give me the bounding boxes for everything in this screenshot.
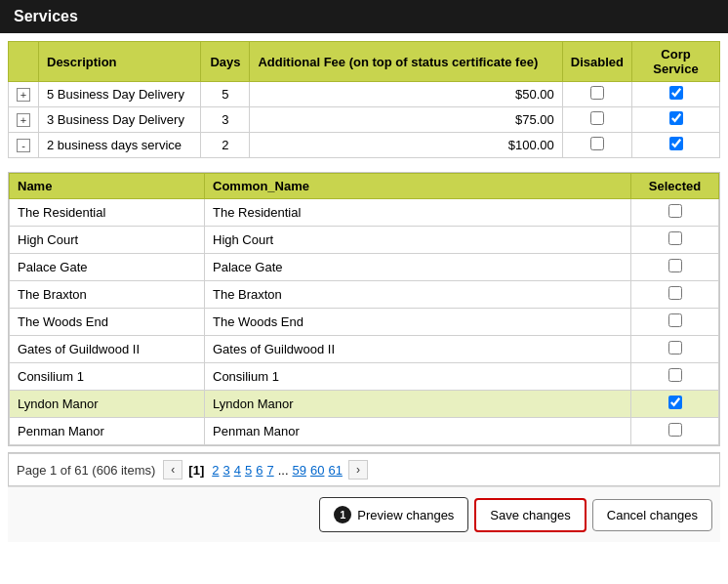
service-fee: $50.00 bbox=[250, 82, 562, 107]
corp-service-checkbox[interactable] bbox=[669, 86, 683, 100]
prev-page-button[interactable]: ‹ bbox=[163, 460, 182, 480]
disabled-checkbox[interactable] bbox=[590, 86, 604, 100]
property-name: Palace Gate bbox=[10, 254, 205, 281]
expand-button[interactable]: + bbox=[17, 113, 30, 127]
col-header-expand bbox=[9, 42, 39, 82]
property-selected-cell bbox=[631, 363, 719, 391]
pagination: Page 1 of 61 (606 items) ‹ [1] 234567...… bbox=[9, 453, 719, 485]
col-header-days: Days bbox=[201, 42, 250, 82]
property-selected-cell bbox=[631, 281, 719, 309]
selected-checkbox[interactable] bbox=[668, 231, 682, 245]
service-days: 3 bbox=[201, 107, 250, 133]
page-link-7[interactable]: 7 bbox=[264, 463, 275, 478]
services-table: Description Days Additional Fee (on top … bbox=[8, 41, 720, 158]
service-disabled-cell bbox=[562, 82, 631, 107]
service-days: 2 bbox=[201, 133, 250, 158]
properties-table-row: Consilium 1 Consilium 1 bbox=[10, 363, 719, 391]
preview-label: Preview changes bbox=[357, 508, 454, 522]
property-name: Lyndon Manor bbox=[10, 391, 205, 418]
preview-changes-button[interactable]: 1 Preview changes bbox=[319, 497, 468, 532]
col-header-description: Description bbox=[39, 42, 201, 82]
properties-table-row: High Court High Court bbox=[10, 227, 719, 254]
title-bar: Services bbox=[0, 0, 728, 33]
page-link-6[interactable]: 6 bbox=[254, 463, 264, 478]
current-page: [1] bbox=[186, 463, 206, 478]
property-common-name: The Braxton bbox=[205, 281, 631, 309]
property-name: Gates of Guildwood II bbox=[10, 336, 205, 363]
service-description: 5 Business Day Delivery bbox=[39, 82, 201, 107]
cancel-label: Cancel changes bbox=[607, 508, 698, 522]
properties-table-row: Penman Manor Penman Manor bbox=[10, 418, 719, 445]
preview-badge: 1 bbox=[334, 506, 351, 523]
selected-checkbox[interactable] bbox=[668, 286, 682, 300]
corp-service-checkbox[interactable] bbox=[669, 111, 683, 125]
properties-table-row: Lyndon Manor Lyndon Manor bbox=[10, 391, 719, 418]
property-common-name: The Residential bbox=[205, 199, 631, 227]
expand-button[interactable]: - bbox=[17, 139, 30, 152]
selected-checkbox[interactable] bbox=[668, 204, 682, 218]
pagination-info: Page 1 of 61 (606 items) bbox=[17, 463, 155, 478]
page-link-60[interactable]: 60 bbox=[308, 463, 326, 478]
service-description: 2 business days service bbox=[39, 133, 201, 158]
page-link-3[interactable]: 3 bbox=[221, 463, 231, 478]
property-common-name: Consilium 1 bbox=[205, 363, 631, 391]
service-corp-cell bbox=[632, 82, 720, 107]
service-corp-cell bbox=[632, 133, 720, 158]
service-corp-cell bbox=[632, 107, 720, 133]
col-header-disabled: Disabled bbox=[562, 42, 631, 82]
properties-table-row: Gates of Guildwood II Gates of Guildwood… bbox=[10, 336, 719, 363]
service-description: 3 Business Day Delivery bbox=[39, 107, 201, 133]
properties-table-row: The Residential The Residential bbox=[10, 199, 719, 227]
service-disabled-cell bbox=[562, 107, 631, 133]
property-selected-cell bbox=[631, 391, 719, 418]
service-fee: $100.00 bbox=[250, 133, 562, 158]
expand-button[interactable]: + bbox=[17, 88, 30, 102]
footer-bar: 1 Preview changes Save changes Cancel ch… bbox=[8, 486, 720, 542]
page-link-2[interactable]: 2 bbox=[210, 463, 221, 478]
service-fee: $75.00 bbox=[250, 107, 562, 133]
services-table-row: + 3 Business Day Delivery 3 $75.00 bbox=[9, 107, 720, 133]
next-page-button[interactable]: › bbox=[348, 460, 368, 480]
selected-checkbox[interactable] bbox=[668, 259, 682, 272]
save-label: Save changes bbox=[490, 508, 570, 522]
page-link-59[interactable]: 59 bbox=[291, 463, 308, 478]
property-selected-cell bbox=[631, 336, 719, 363]
corp-service-checkbox[interactable] bbox=[669, 137, 683, 150]
properties-table-row: The Woods End The Woods End bbox=[10, 309, 719, 336]
property-common-name: Penman Manor bbox=[205, 418, 631, 445]
properties-table: Name Common_Name Selected The Residentia… bbox=[9, 173, 719, 445]
property-selected-cell bbox=[631, 309, 719, 336]
property-selected-cell bbox=[631, 227, 719, 254]
properties-table-row: The Braxton The Braxton bbox=[10, 281, 719, 309]
property-selected-cell bbox=[631, 199, 719, 227]
col-header-selected: Selected bbox=[631, 174, 719, 199]
selected-checkbox[interactable] bbox=[668, 423, 682, 437]
property-selected-cell bbox=[631, 418, 719, 445]
page-link-4[interactable]: 4 bbox=[232, 463, 243, 478]
property-selected-cell bbox=[631, 254, 719, 281]
col-header-corp-service: Corp Service bbox=[632, 42, 720, 82]
selected-checkbox[interactable] bbox=[668, 396, 682, 409]
property-name: The Residential bbox=[10, 199, 205, 227]
disabled-checkbox[interactable] bbox=[590, 111, 604, 125]
services-table-row: + 5 Business Day Delivery 5 $50.00 bbox=[9, 82, 720, 107]
pagination-ellipsis: ... bbox=[276, 463, 291, 478]
selected-checkbox[interactable] bbox=[668, 313, 682, 327]
service-disabled-cell bbox=[562, 133, 631, 158]
property-name: The Woods End bbox=[10, 309, 205, 336]
selected-checkbox[interactable] bbox=[668, 341, 682, 355]
property-common-name: The Woods End bbox=[205, 309, 631, 336]
disabled-checkbox[interactable] bbox=[590, 137, 604, 150]
page-title: Services bbox=[14, 8, 78, 24]
page-link-61[interactable]: 61 bbox=[326, 463, 344, 478]
col-header-name: Name bbox=[10, 174, 205, 199]
col-header-fee: Additional Fee (on top of status certifi… bbox=[250, 42, 562, 82]
services-table-row: - 2 business days service 2 $100.00 bbox=[9, 133, 720, 158]
cancel-changes-button[interactable]: Cancel changes bbox=[592, 499, 712, 531]
property-common-name: Palace Gate bbox=[205, 254, 631, 281]
selected-checkbox[interactable] bbox=[668, 368, 682, 382]
col-header-common-name: Common_Name bbox=[205, 174, 631, 199]
page-link-5[interactable]: 5 bbox=[243, 463, 254, 478]
save-changes-button[interactable]: Save changes bbox=[474, 498, 586, 532]
property-common-name: Lyndon Manor bbox=[205, 391, 631, 418]
